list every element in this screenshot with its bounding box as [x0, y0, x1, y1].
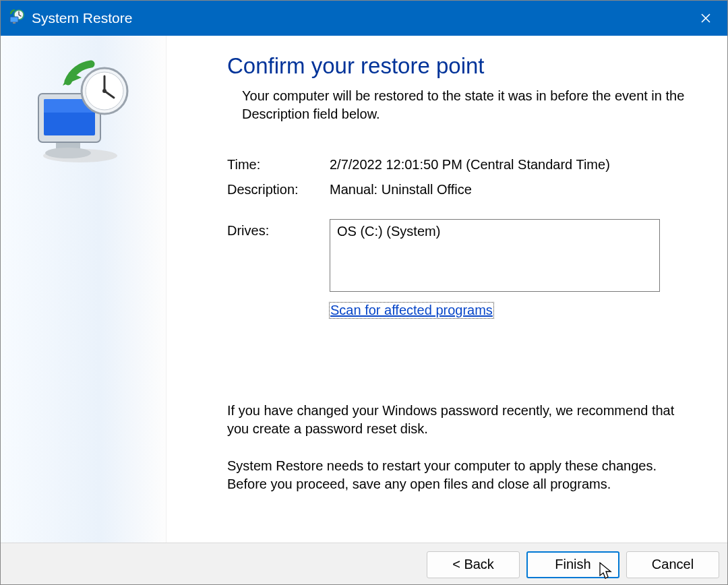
drives-row: Drives: OS (C:) (System) Scan for affect…: [227, 219, 696, 318]
svg-rect-1: [10, 17, 18, 22]
close-button[interactable]: [684, 1, 727, 36]
scan-affected-programs-link[interactable]: Scan for affected programs: [330, 303, 493, 318]
cancel-button[interactable]: Cancel: [626, 551, 719, 578]
description-value: Manual: Uninstall Office: [330, 182, 472, 197]
wizard-sidebar: [1, 36, 166, 543]
svg-rect-2: [13, 22, 16, 24]
wizard-body: Confirm your restore point Your computer…: [1, 36, 727, 543]
wizard-footer: < Back Finish Cancel: [1, 543, 727, 585]
wizard-main: Confirm your restore point Your computer…: [166, 36, 727, 543]
drives-item[interactable]: OS (C:) (System): [337, 224, 653, 239]
finish-button[interactable]: Finish: [526, 551, 619, 578]
page-heading: Confirm your restore point: [227, 53, 696, 79]
titlebar: System Restore: [1, 1, 727, 36]
page-subtitle: Your computer will be restored to the st…: [242, 87, 696, 123]
window-title: System Restore: [32, 10, 132, 26]
time-value: 2/7/2022 12:01:50 PM (Central Standard T…: [330, 157, 610, 173]
restore-icon: [9, 9, 25, 28]
drives-listbox[interactable]: OS (C:) (System): [330, 219, 660, 292]
back-button[interactable]: < Back: [427, 551, 520, 578]
description-row: Description: Manual: Uninstall Office: [227, 182, 696, 197]
password-note: If you have changed your Windows passwor…: [227, 402, 696, 438]
drives-label: Drives:: [227, 219, 330, 239]
time-label: Time:: [227, 157, 330, 173]
svg-point-11: [102, 89, 107, 93]
svg-point-5: [45, 148, 91, 158]
description-label: Description:: [227, 182, 330, 197]
restart-note: System Restore needs to restart your com…: [227, 457, 696, 493]
time-row: Time: 2/7/2022 12:01:50 PM (Central Stan…: [227, 157, 696, 173]
restore-graphic-icon: [26, 60, 114, 148]
